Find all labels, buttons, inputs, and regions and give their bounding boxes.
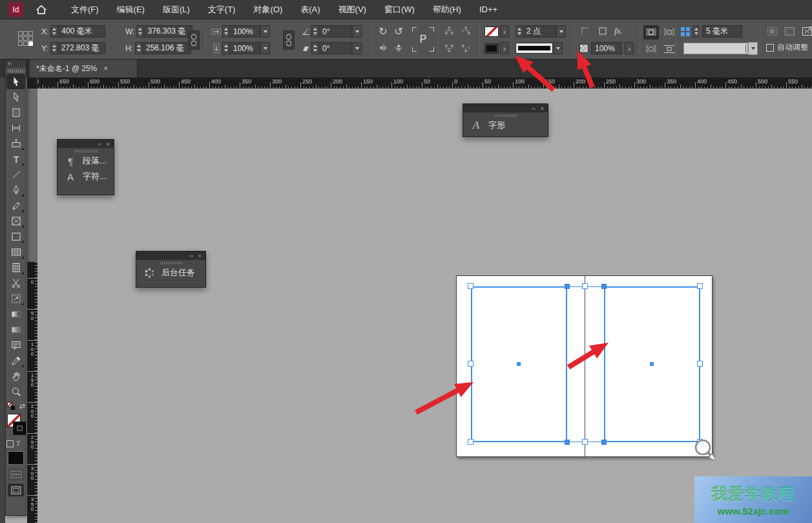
- wrap-none-button[interactable]: [643, 25, 659, 39]
- object-style-dropdown[interactable]: [748, 42, 758, 55]
- selection-handle[interactable]: [697, 283, 703, 289]
- direct-selection-tool[interactable]: [6, 89, 25, 105]
- opacity-flyout-button[interactable]: ›: [625, 42, 634, 54]
- scale-y-dropdown[interactable]: [260, 42, 270, 54]
- pencil-tool[interactable]: [6, 198, 25, 213]
- scale-y-input[interactable]: 100%: [229, 42, 260, 54]
- select-previous-object-icon[interactable]: [460, 25, 472, 37]
- rotation-stepper[interactable]: [311, 25, 318, 37]
- character-panel-item[interactable]: A字符...: [57, 169, 114, 184]
- stroke-flyout-button[interactable]: ›: [500, 42, 509, 54]
- fit-content-proportionally-icon[interactable]: [784, 25, 795, 37]
- corner-options-icon[interactable]: [579, 25, 591, 37]
- wrap-bounding-box-button[interactable]: [661, 25, 677, 39]
- wrap-object-shape-button[interactable]: [643, 42, 659, 56]
- menu-item[interactable]: 表(A): [291, 0, 329, 19]
- rotation-dropdown[interactable]: [352, 25, 362, 37]
- panel-grip[interactable]: [160, 262, 182, 264]
- toolbox-collapse-icon[interactable]: »: [6, 60, 26, 68]
- panel-close-icon[interactable]: ×: [541, 105, 544, 112]
- menu-item[interactable]: 窗口(W): [375, 0, 424, 19]
- background-tasks-item[interactable]: 后台任务: [136, 265, 205, 281]
- selection-handle[interactable]: [697, 361, 703, 367]
- menu-item[interactable]: 对象(O): [244, 0, 291, 19]
- pen-tool[interactable]: [6, 182, 25, 198]
- scale-x-input[interactable]: 100%: [229, 25, 260, 37]
- formatting-affects-container-icon[interactable]: [6, 440, 14, 447]
- menu-item[interactable]: 文字(T): [199, 0, 245, 19]
- wrap-jump-object-button[interactable]: [661, 42, 677, 56]
- selection-handle[interactable]: [601, 284, 607, 289]
- type-tool[interactable]: T: [6, 151, 25, 167]
- shear-input[interactable]: 0°: [318, 42, 352, 54]
- content-collector-tool[interactable]: [6, 136, 25, 151]
- stroke-type-swatch[interactable]: [515, 43, 553, 54]
- select-next-object-icon[interactable]: [460, 42, 472, 54]
- scissors-tool[interactable]: [6, 275, 25, 291]
- menu-item[interactable]: 视图(V): [329, 0, 375, 19]
- menu-item[interactable]: 帮助(H): [424, 0, 470, 19]
- panel-grip[interactable]: [495, 114, 517, 117]
- h-stepper[interactable]: [135, 42, 142, 54]
- zoom-tool[interactable]: [6, 384, 25, 400]
- w-input[interactable]: 376.303 毫: [143, 25, 193, 37]
- selection-handle[interactable]: [601, 440, 607, 445]
- text-panels-header[interactable]: ›› ×: [57, 140, 114, 148]
- scale-y-stepper[interactable]: [222, 42, 229, 54]
- vertical-grid-tool[interactable]: [6, 260, 25, 275]
- panel-collapse-icon[interactable]: ››: [189, 253, 193, 259]
- opacity-input[interactable]: 100%: [591, 42, 622, 54]
- selection-handle[interactable]: [468, 439, 474, 445]
- hand-tool[interactable]: [6, 368, 25, 384]
- rotation-input[interactable]: 0°: [318, 25, 352, 37]
- x-stepper[interactable]: [50, 25, 57, 37]
- free-transform-tool[interactable]: [6, 291, 25, 306]
- selection-handle[interactable]: [582, 439, 588, 445]
- menu-item[interactable]: 文件(F): [62, 0, 108, 19]
- y-stepper[interactable]: [50, 42, 57, 54]
- panel-collapse-icon[interactable]: ››: [532, 105, 536, 112]
- stroke-weight-input[interactable]: 2 点: [523, 25, 556, 37]
- constrain-scale-link-icon[interactable]: [283, 30, 295, 50]
- select-container-icon[interactable]: [443, 25, 455, 37]
- stroke-color-swatch[interactable]: [13, 422, 26, 435]
- rotate-ccw-icon[interactable]: ↺: [393, 25, 404, 37]
- menu-item[interactable]: 版面(L): [154, 0, 199, 19]
- gradient-swatch-tool[interactable]: [6, 306, 25, 322]
- menu-item[interactable]: ID++: [470, 0, 506, 19]
- vertical-ruler[interactable]: 05 01 0 01 5 02 0 02 5 03 0 03 5 0: [27, 89, 37, 523]
- select-content-indicator[interactable]: P: [412, 27, 434, 52]
- horizontal-ruler[interactable]: 7006506005505004504003503002502001501005…: [27, 78, 812, 89]
- selection-handle[interactable]: [582, 283, 588, 289]
- y-input[interactable]: 272.803 毫: [57, 42, 105, 54]
- select-content-icon[interactable]: [443, 42, 455, 54]
- apply-color-button[interactable]: [8, 451, 24, 465]
- gradient-feather-tool[interactable]: [6, 322, 25, 337]
- corner-shape-icon[interactable]: [597, 25, 609, 37]
- document-tab[interactable]: *未命名-1 @ 25% ×: [30, 59, 138, 78]
- effects-fx-button[interactable]: fx.: [614, 26, 623, 36]
- ruler-corner[interactable]: [27, 78, 37, 89]
- scale-x-dropdown[interactable]: [260, 25, 270, 37]
- note-tool[interactable]: [6, 337, 25, 353]
- indesign-logo-icon[interactable]: Id: [8, 2, 23, 17]
- eyedropper-tool[interactable]: [6, 353, 25, 368]
- gutter-input[interactable]: 5 毫米: [702, 25, 742, 37]
- view-mode-button[interactable]: [8, 484, 24, 496]
- panel-close-icon[interactable]: ×: [107, 141, 110, 147]
- panel-collapse-icon[interactable]: ››: [98, 141, 101, 147]
- page-tool[interactable]: [6, 105, 25, 120]
- paragraph-panel-item[interactable]: ¶段落...: [57, 153, 114, 169]
- stroke-weight-dropdown[interactable]: [556, 25, 566, 37]
- rotate-cw-icon[interactable]: ↻: [377, 25, 389, 37]
- formatting-affects-text-icon[interactable]: T: [16, 440, 21, 447]
- selection-handle[interactable]: [565, 284, 570, 289]
- menu-item[interactable]: 编辑(E): [108, 0, 154, 19]
- reference-point-proxy[interactable]: [18, 31, 33, 46]
- fill-flyout-button[interactable]: ›: [500, 25, 509, 37]
- object-style-field[interactable]: [683, 43, 748, 54]
- default-fill-stroke-icon[interactable]: [7, 402, 16, 411]
- panel-close-icon[interactable]: ×: [198, 253, 202, 259]
- constrain-dimensions-link-icon[interactable]: [188, 30, 200, 50]
- h-input[interactable]: 256.106 毫: [142, 42, 191, 54]
